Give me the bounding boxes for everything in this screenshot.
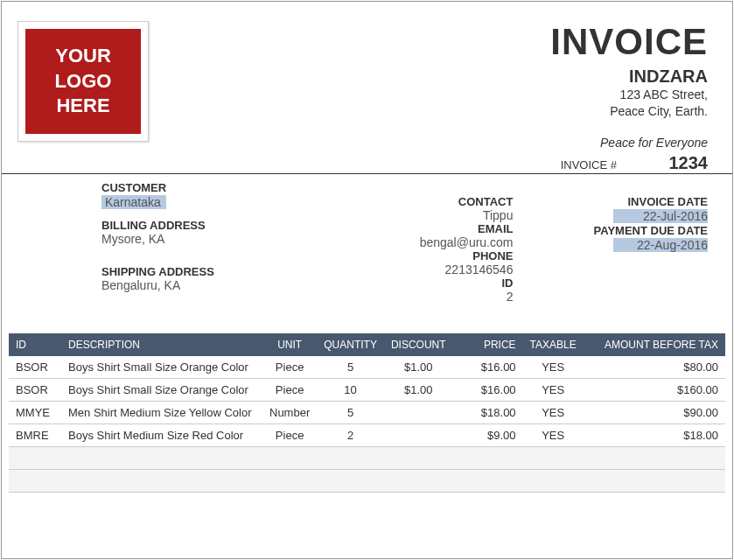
cell-id: BSOR xyxy=(9,356,61,379)
invoice-page: YOUR LOGO HERE INVOICE INDZARA 123 ABC S… xyxy=(1,1,733,559)
contact-column: CONTACT Tippu EMAIL bengal@uru.com PHONE… xyxy=(334,181,529,304)
table-row-empty xyxy=(9,446,725,469)
th-quantity: QUANTITY xyxy=(317,333,384,356)
cell-amount: $18.00 xyxy=(584,424,725,446)
phone-value: 2213146546 xyxy=(334,262,514,276)
company-addr2: Peace City, Earth. xyxy=(550,103,708,120)
table-row-empty xyxy=(9,469,725,492)
company-tagline: Peace for Everyone xyxy=(550,136,708,150)
cell-description: Men Shirt Medium Size Yellow Color xyxy=(61,401,262,424)
table-row: BMREBoys Shirt Medium Size Red ColorPiec… xyxy=(9,424,725,446)
th-description: DESCRIPTION xyxy=(61,333,262,356)
line-items-table-wrap: ID DESCRIPTION UNIT QUANTITY DISCOUNT PR… xyxy=(2,314,732,493)
cell-description: Boys Shirt Small Size Orange Color xyxy=(61,356,262,379)
customer-label: CUSTOMER xyxy=(101,181,334,194)
th-amount: AMOUNT BEFORE TAX xyxy=(584,333,725,356)
due-date-label: PAYMENT DUE DATE xyxy=(528,224,708,237)
th-discount: DISCOUNT xyxy=(384,333,453,356)
cell-description: Boys Shirt Small Size Orange Color xyxy=(61,378,262,401)
cell-unit: Piece xyxy=(262,424,317,446)
table-body: BSORBoys Shirt Small Size Orange ColorPi… xyxy=(9,356,725,493)
id-label: ID xyxy=(334,276,514,290)
table-row: MMYEMen Shirt Medium Size Yellow ColorNu… xyxy=(9,401,725,424)
th-unit: UNIT xyxy=(262,333,317,356)
phone-label: PHONE xyxy=(334,249,514,262)
cell-quantity: 5 xyxy=(317,401,384,424)
cell-discount xyxy=(384,401,453,424)
cell-discount: $1.00 xyxy=(384,378,453,401)
billing-label: BILLING ADDRESS xyxy=(101,219,334,232)
contact-value: Tippu xyxy=(334,208,514,222)
cell-quantity: 5 xyxy=(317,356,384,379)
cell-price: $18.00 xyxy=(453,401,523,424)
th-id: ID xyxy=(9,333,61,356)
cell-quantity: 2 xyxy=(317,424,384,446)
cell-id: MMYE xyxy=(9,401,61,424)
info-section: CUSTOMER Karnataka BILLING ADDRESS Mysor… xyxy=(2,174,732,314)
invoice-date-value: 22-Jul-2016 xyxy=(613,209,708,223)
logo-line1: YOUR xyxy=(55,45,111,66)
customer-value: Karnataka xyxy=(101,195,166,209)
cell-taxable: YES xyxy=(523,401,584,424)
cell-unit: Piece xyxy=(262,356,317,379)
id-value: 2 xyxy=(334,290,514,304)
table-row: BSORBoys Shirt Small Size Orange ColorPi… xyxy=(9,356,725,379)
cell-description: Boys Shirt Medium Size Red Color xyxy=(61,424,262,446)
cell-amount: $80.00 xyxy=(584,356,725,379)
cell-discount xyxy=(384,424,453,446)
cell-taxable: YES xyxy=(523,356,584,379)
invoice-date-label: INVOICE DATE xyxy=(528,195,708,208)
dates-column: INVOICE DATE 22-Jul-2016 PAYMENT DUE DAT… xyxy=(528,181,708,304)
header: YOUR LOGO HERE INVOICE INDZARA 123 ABC S… xyxy=(2,2,732,150)
email-value: bengal@uru.com xyxy=(334,235,514,249)
billing-value: Mysore, KA xyxy=(101,232,334,246)
shipping-label: SHIPPING ADDRESS xyxy=(101,265,334,278)
cell-amount: $90.00 xyxy=(584,401,725,424)
cell-id: BSOR xyxy=(9,378,61,401)
table-header-row: ID DESCRIPTION UNIT QUANTITY DISCOUNT PR… xyxy=(9,333,725,356)
cell-taxable: YES xyxy=(523,424,584,446)
cell-unit: Piece xyxy=(262,378,317,401)
cell-quantity: 10 xyxy=(317,378,384,401)
cell-unit: Number xyxy=(262,401,317,424)
cell-id: BMRE xyxy=(9,424,61,446)
invoice-title: INVOICE xyxy=(550,21,708,63)
empty-cell xyxy=(9,469,725,492)
cell-price: $9.00 xyxy=(453,424,523,446)
cell-price: $16.00 xyxy=(453,378,523,401)
invoice-number-label: INVOICE # xyxy=(561,158,617,172)
logo-text: YOUR LOGO HERE xyxy=(25,29,141,134)
company-name: INDZARA xyxy=(550,66,708,87)
empty-cell xyxy=(9,446,725,469)
email-label: EMAIL xyxy=(334,222,514,235)
customer-column: CUSTOMER Karnataka BILLING ADDRESS Mysor… xyxy=(101,181,334,304)
shipping-value: Bengaluru, KA xyxy=(101,278,334,292)
logo-line3: HERE xyxy=(56,94,109,116)
line-items-table: ID DESCRIPTION UNIT QUANTITY DISCOUNT PR… xyxy=(9,333,725,493)
logo-placeholder: YOUR LOGO HERE xyxy=(17,21,149,142)
cell-taxable: YES xyxy=(523,378,584,401)
cell-price: $16.00 xyxy=(453,356,523,379)
cell-amount: $160.00 xyxy=(584,378,725,401)
company-addr1: 123 ABC Street, xyxy=(550,87,708,103)
header-right: INVOICE INDZARA 123 ABC Street, Peace Ci… xyxy=(550,21,708,150)
cell-discount: $1.00 xyxy=(384,356,453,379)
contact-label: CONTACT xyxy=(334,195,514,208)
th-price: PRICE xyxy=(453,333,523,356)
table-row: BSORBoys Shirt Small Size Orange ColorPi… xyxy=(9,378,725,401)
logo-line2: LOGO xyxy=(55,70,112,92)
invoice-number-value: 1234 xyxy=(638,153,708,173)
invoice-number-row: INVOICE # 1234 xyxy=(2,151,732,174)
due-date-value: 22-Aug-2016 xyxy=(613,238,708,252)
th-taxable: TAXABLE xyxy=(523,333,584,356)
